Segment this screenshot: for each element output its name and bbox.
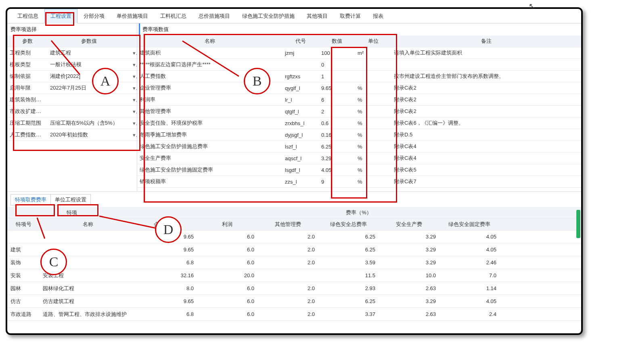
rate-value[interactable]: 1	[319, 73, 355, 79]
param-name: 建筑装饰别墅矛	[7, 96, 48, 103]
special-row[interactable]: 园林园林绿化工程8.06.02.02.932.631.14	[7, 282, 581, 295]
rate-value[interactable]: 9	[319, 179, 355, 185]
dropdown-icon[interactable]: ▾	[130, 73, 137, 79]
rate-name: 冬雨季施工增加费率	[137, 131, 283, 138]
param-value[interactable]: 湘建价[2022]	[48, 73, 130, 80]
dropdown-icon[interactable]: ▾	[130, 62, 137, 68]
param-row[interactable]: 编制依据湘建价[2022]▾	[7, 71, 137, 82]
rate-name: 利润率	[137, 96, 283, 103]
dropdown-icon[interactable]: ▾	[130, 97, 137, 103]
sp-c2: 6.0	[197, 285, 257, 291]
param-name: 模板类型	[7, 61, 48, 68]
vertical-scrollbar[interactable]	[576, 210, 580, 238]
sp-c5: 10.0	[379, 272, 439, 278]
tab-7[interactable]: 其他项目	[301, 9, 334, 23]
rate-row[interactable]: 安全责任险、环境保护税率zrxbhs_l0.6%附录C表6，《汇编一》调整。	[137, 117, 581, 129]
rate-code: rgftzxs	[283, 73, 319, 79]
dropdown-icon[interactable]: ▾	[130, 50, 137, 56]
sub-tab-0[interactable]: 特项取费费率	[10, 194, 51, 205]
rate-row[interactable]: 冬雨季施工增加费率dyjsgf_l0.16%附录D.5	[137, 129, 581, 141]
rate-value[interactable]: 2	[319, 109, 355, 115]
rate-row[interactable]: 安全生产费率aqscf_l3.29%附录C表4	[137, 153, 581, 164]
rate-unit: %	[355, 120, 391, 126]
param-row[interactable]: 建筑装饰别墅矛▾	[7, 94, 137, 106]
rate-row[interactable]: 绿色施工安全防护措施固定费率lsgdf_l4.05%附录C表5	[137, 164, 581, 176]
sp-c5: 2.63	[379, 285, 439, 291]
sp-c4: 6.25	[318, 234, 379, 240]
param-value[interactable]: 2022年7月25日	[48, 84, 130, 92]
param-row[interactable]: 工程类别建筑工程▾	[7, 47, 137, 59]
dropdown-icon[interactable]: ▾	[130, 109, 137, 115]
rate-header-code: 代号	[283, 38, 319, 45]
tab-2[interactable]: 分部分项	[77, 9, 111, 23]
sp-c3: 2.0	[257, 285, 318, 291]
rate-value[interactable]: 4.05	[319, 167, 355, 173]
sp-header-c1: 企业管理费	[136, 221, 197, 228]
tab-3[interactable]: 单价措施项目	[111, 9, 154, 23]
rate-row[interactable]: 绿色施工安全防护措施总费率lszf_l6.25%附录C表4	[137, 141, 581, 153]
rate-row[interactable]: 企业管理费率qyglf_l9.65%附录C表2	[137, 82, 581, 94]
sp-c3: 2.0	[257, 311, 318, 317]
param-value[interactable]: 建筑工程	[48, 49, 130, 56]
tab-0[interactable]: 工程信息	[11, 9, 44, 23]
tab-6[interactable]: 绿色施工安全防护措施	[236, 9, 301, 23]
special-row[interactable]: 建筑9.656.02.06.253.294.05	[7, 243, 581, 256]
sp-c6: 4.05	[439, 298, 500, 304]
sp-c1: 8.0	[136, 285, 197, 291]
rate-header-unit: 单位	[355, 38, 391, 45]
rate-value[interactable]: 100	[319, 50, 355, 56]
rate-value[interactable]: 0.16	[319, 132, 355, 138]
rate-name: 企业管理费率	[137, 84, 283, 92]
rate-name: 安全责任险、环境保护税率	[137, 119, 283, 127]
param-name: 编制依据	[7, 73, 48, 80]
tab-4[interactable]: 工料机汇总	[154, 9, 193, 23]
rate-value[interactable]: 9.65	[319, 85, 355, 91]
rate-row[interactable]: 销项税额率zzs_l9%附录C表7	[137, 176, 581, 188]
rate-remark: 附录C表2	[391, 84, 581, 92]
rate-row[interactable]: 建筑面积jzmj100m²请填入单位工程实际建筑面积	[137, 47, 581, 59]
rate-value[interactable]: 6	[319, 97, 355, 103]
sp-c6: 1.14	[439, 285, 500, 291]
sp-c2: 20.0	[197, 272, 257, 278]
param-value[interactable]: 2020年初始指数	[48, 131, 130, 138]
rate-value[interactable]: 0	[319, 62, 355, 68]
tab-9[interactable]: 报表	[367, 9, 389, 23]
rate-row[interactable]: 其他管理费率qtglf_l2%附录C表2	[137, 106, 581, 117]
dropdown-icon[interactable]: ▾	[130, 132, 137, 138]
sp-c5: 3.29	[379, 298, 439, 304]
sp-c4: 6.25	[318, 247, 379, 253]
param-value[interactable]: 一般计税法模	[48, 61, 130, 68]
rate-value[interactable]: 0.6	[319, 120, 355, 126]
rate-name: 安全生产费率	[137, 155, 283, 162]
sub-tab-1[interactable]: 单位工程设置	[50, 194, 91, 205]
special-row[interactable]: 装饰装饰工程6.86.02.03.593.292.46	[7, 256, 581, 269]
rate-row[interactable]: 人工费指数rgftzxs1按市州建设工程造价主管部门发布的系数调整。	[137, 71, 581, 82]
rate-row[interactable]: 利润率lr_l6%附录C表2	[137, 94, 581, 106]
sp-c3: 2.0	[257, 234, 318, 240]
param-row[interactable]: 压缩工期范围压缩工期在5%以内（含5%）▾	[7, 117, 137, 129]
rate-value[interactable]: 6.25	[319, 144, 355, 150]
sp-c2: 6.0	[197, 247, 257, 253]
param-row[interactable]: 模板类型一般计税法模▾	[7, 59, 137, 71]
special-row[interactable]: 9.656.02.06.253.294.05	[7, 230, 581, 243]
param-row[interactable]: 启用年限2022年7月25日▾	[7, 82, 137, 94]
dropdown-icon[interactable]: ▾	[130, 120, 137, 126]
rate-remark: 附录C表2	[391, 96, 581, 103]
rate-value[interactable]: 3.29	[319, 155, 355, 161]
rate-row[interactable]: *****根据左边窗口选择产生****0	[137, 59, 581, 71]
tab-5[interactable]: 总价措施项目	[193, 9, 236, 23]
param-row[interactable]: 人工费指数设定2020年初始指数▾	[7, 129, 137, 141]
rate-code: aqscf_l	[283, 155, 319, 161]
dropdown-icon[interactable]: ▾	[130, 85, 137, 91]
tab-1[interactable]: 工程设置	[44, 9, 77, 23]
sp-c4: 11.5	[318, 272, 379, 278]
param-value[interactable]: 压缩工期在5%以内（含5%）	[48, 119, 130, 127]
tab-8[interactable]: 取费计算	[334, 9, 367, 23]
special-row[interactable]: 安装安装工程32.1620.011.510.07.0	[7, 269, 581, 282]
param-name: 人工费指数设定	[7, 131, 48, 138]
param-row[interactable]: 市政改扩建工程▾	[7, 106, 137, 117]
special-group-header: 特项 费率（%）	[7, 207, 581, 218]
special-row[interactable]: 市政道路道路、管网工程、市政排水设施维护6.86.02.03.372.632.4	[7, 308, 581, 321]
rate-value-panel: 费率项数值 名称 代号 数值 单位 备注 建筑面积jzmj100m²请填入单位工…	[137, 23, 581, 191]
special-row[interactable]: 仿古仿古建筑工程9.656.02.06.253.294.05	[7, 295, 581, 308]
